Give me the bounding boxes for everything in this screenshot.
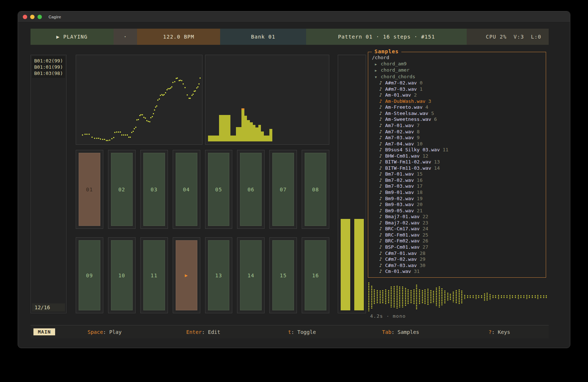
sample-name: Bm7-02.wav	[385, 177, 417, 183]
scatter-point	[135, 127, 136, 128]
pad-13[interactable]: 13	[205, 237, 233, 313]
waveform-column	[478, 295, 480, 299]
close-icon[interactable]	[23, 15, 27, 19]
pad-06[interactable]: 06	[237, 150, 265, 229]
sample-name: BRC-Fm01.wav	[385, 232, 423, 238]
sample-row-15[interactable]: ♪Bm7-01.wav 15	[372, 171, 546, 177]
waveform-column	[385, 289, 387, 304]
scatter-point	[128, 137, 129, 138]
sample-index: 22	[423, 214, 429, 219]
waveform-column	[396, 285, 398, 309]
scatter-point	[98, 138, 99, 139]
hint-key: Enter	[186, 329, 202, 335]
sample-row-27[interactable]: ♪BSP-Cm01.wav 27	[372, 244, 546, 251]
scatter-point	[153, 113, 154, 114]
pad-01[interactable]: 01	[76, 150, 103, 229]
minimize-icon[interactable]	[30, 15, 35, 19]
key-hints: Space: PlayEnter: Editt: ToggleTab: Samp…	[55, 329, 549, 335]
sample-row-21[interactable]: ♪Bm9-05.wav 21	[372, 208, 546, 214]
music-note-icon: ♪	[379, 159, 385, 165]
pad-14[interactable]: 14	[237, 237, 265, 313]
sample-name: BRC-Cm17.wav	[385, 226, 423, 231]
sample-row-16[interactable]: ♪Bm7-02.wav 16	[372, 177, 546, 184]
scatter-point	[106, 140, 107, 141]
pad-11[interactable]: 11	[140, 237, 168, 313]
samples-list: /chord ▶chord_am9▶chord_amer▼chord_chord…	[368, 52, 546, 275]
folder-row-chord_amer[interactable]: ▶chord_amer	[372, 67, 546, 74]
sample-row-1[interactable]: ♪A#m7-03.wav 1	[372, 86, 546, 93]
scatter-point	[157, 100, 158, 101]
scatter-point	[200, 78, 201, 79]
scatter-point	[100, 138, 101, 140]
sample-row-8[interactable]: ♪Am7-02.wav 8	[372, 129, 546, 135]
scatter-point	[142, 114, 143, 115]
sample-index: 12	[423, 153, 429, 159]
sample-row-28[interactable]: ♪C#m7-01.wav 28	[372, 251, 546, 257]
sample-row-25[interactable]: ♪BRC-Fm01.wav 25	[372, 232, 546, 238]
pad-03[interactable]: 03	[140, 150, 168, 229]
trigger-entry: B01:03(98)	[34, 70, 63, 76]
scatter-point	[165, 92, 166, 93]
pad-12[interactable]: ▶	[173, 237, 200, 313]
pad-09[interactable]: 09	[76, 237, 103, 313]
sample-row-18[interactable]: ♪Bm9-01.wav 18	[372, 190, 546, 196]
waveform-column	[371, 285, 373, 309]
pad-08[interactable]: 08	[302, 150, 329, 229]
sample-row-11[interactable]: ♪B9sus4 Silky 03.wav 11	[372, 147, 546, 153]
sample-row-5[interactable]: ♪Am-Steelsaw.wav 5	[372, 111, 546, 117]
sample-row-4[interactable]: ♪Am-Freeto.wav 4	[372, 104, 546, 111]
sample-row-29[interactable]: ♪C#m7-02.wav 29	[372, 256, 546, 263]
scatter-point	[145, 118, 146, 119]
pad-05[interactable]: 05	[205, 150, 233, 229]
sample-row-3[interactable]: ♪Am-DubWash.wav 3	[372, 98, 546, 105]
sample-row-6[interactable]: ♪Am-Sweetness.wav 6	[372, 116, 546, 123]
sample-index: 17	[417, 183, 423, 189]
sample-row-14[interactable]: ♪BITW-Fm11-03.wav 14	[372, 165, 546, 172]
sample-name: B9sus4 Silky 03.wav	[385, 147, 443, 152]
sample-row-30[interactable]: ♪C#m7-03.wav 30	[372, 263, 546, 269]
maximize-icon[interactable]	[37, 15, 42, 19]
sample-index: 24	[423, 226, 429, 231]
scatter-point	[195, 90, 196, 91]
sample-row-31[interactable]: ♪Cm-01.wav 31	[372, 269, 546, 275]
sample-name: Bm7-01.wav	[385, 171, 417, 177]
pad-16[interactable]: 16	[302, 237, 329, 313]
pad-10[interactable]: 10	[108, 237, 136, 313]
histogram-bar	[250, 122, 253, 141]
sample-name: Am7-03.wav	[385, 135, 417, 140]
sample-row-26[interactable]: ♪BRC-Fm02.wav 26	[372, 238, 546, 244]
sample-row-9[interactable]: ♪Am7-03.wav 9	[372, 135, 546, 141]
folder-row-chord_chords[interactable]: ▼chord_chords	[372, 74, 546, 80]
folder-row-chord_am9[interactable]: ▶chord_am9	[372, 61, 546, 68]
sample-row-10[interactable]: ♪Am7-04.wav 10	[372, 141, 546, 147]
sample-row-17[interactable]: ♪Bm7-03.wav 17	[372, 183, 546, 190]
waveform-column	[464, 295, 466, 299]
music-note-icon: ♪	[379, 190, 385, 196]
sample-row-7[interactable]: ♪Am7-01.wav 7	[372, 123, 546, 129]
pad-02[interactable]: 02	[108, 150, 136, 229]
sample-row-13[interactable]: ♪BITW-Fm11-02.wav 13	[372, 159, 546, 165]
sample-row-20[interactable]: ♪Bm9-03.wav 20	[372, 202, 546, 208]
sample-index: 27	[423, 244, 429, 250]
pad-surface-08: 08	[305, 153, 326, 226]
sample-row-22[interactable]: ♪Bmaj7-01.wav 22	[372, 214, 546, 220]
pad-07[interactable]: 07	[269, 150, 297, 229]
sample-row-12[interactable]: ♪BHW-Cm01.wav 12	[372, 153, 546, 159]
histogram-bar	[225, 115, 228, 141]
music-note-icon: ♪	[379, 104, 385, 111]
waveform-column	[422, 290, 424, 304]
sample-row-19[interactable]: ♪Bm9-02.wav 19	[372, 196, 546, 202]
scatter-point	[183, 83, 184, 84]
waveform-column	[469, 295, 472, 299]
sample-name: Am-Sweetness.wav	[385, 116, 434, 122]
pad-04[interactable]: 04	[173, 150, 200, 229]
sample-row-0[interactable]: ♪A#m7-02.wav 0	[372, 80, 546, 86]
pad-15[interactable]: 15	[269, 237, 297, 313]
sample-row-2[interactable]: ♪Am-01.wav 2	[372, 92, 546, 98]
waveform-column	[537, 295, 539, 299]
waveform-column	[376, 290, 379, 304]
histogram-bar	[219, 115, 222, 141]
trigger-entry: B01:01(99)	[34, 64, 63, 70]
sample-row-23[interactable]: ♪Bmaj7-02.wav 23	[372, 220, 546, 226]
sample-row-24[interactable]: ♪BRC-Cm17.wav 24	[372, 226, 546, 232]
